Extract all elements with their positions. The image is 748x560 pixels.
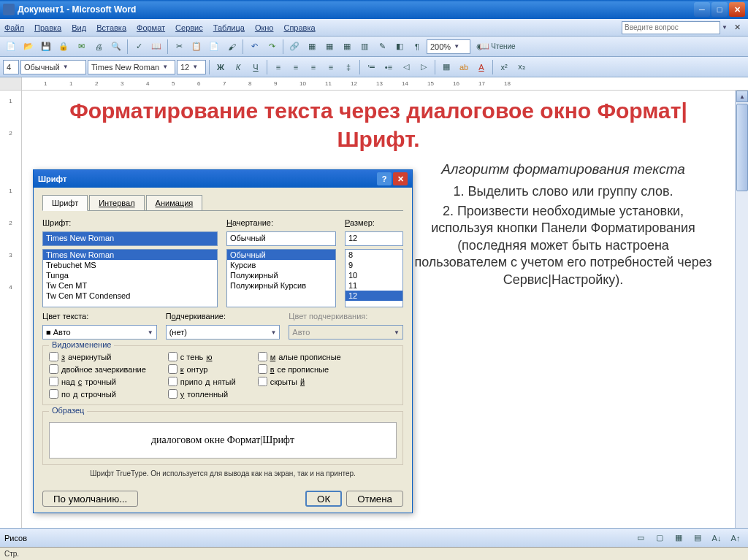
- undo-button[interactable]: ↶: [246, 39, 262, 55]
- dialog-close-button[interactable]: ✕: [393, 172, 408, 185]
- preview-button[interactable]: 🔍: [108, 39, 124, 55]
- tab-animation[interactable]: Анимация: [146, 195, 203, 210]
- format-painter-button[interactable]: 🖌: [224, 39, 240, 55]
- print-button[interactable]: 🖨: [91, 39, 107, 55]
- menu-edit[interactable]: Правка: [34, 23, 61, 32]
- font-combo[interactable]: Times New Roman▼: [88, 60, 175, 74]
- research-button[interactable]: 📖: [148, 39, 164, 55]
- list-item[interactable]: 9: [346, 260, 402, 270]
- align-center-button[interactable]: ≡: [288, 59, 304, 75]
- vertical-scrollbar[interactable]: ▲ ▼ ▲ ○ ▼: [735, 91, 748, 560]
- borders-button[interactable]: ▦: [438, 59, 454, 75]
- scroll-thumb[interactable]: [736, 104, 748, 191]
- check-outline[interactable]: контур: [168, 364, 236, 374]
- list-item[interactable]: 11: [346, 280, 402, 291]
- email-button[interactable]: ✉: [73, 39, 89, 55]
- zoom-combo[interactable]: 200%▼: [427, 39, 470, 54]
- doc-map-button[interactable]: ◧: [392, 39, 408, 55]
- list-item[interactable]: Обычный: [227, 250, 335, 260]
- menu-tools[interactable]: Сервис: [175, 23, 203, 32]
- menu-view[interactable]: Вид: [72, 23, 86, 32]
- draw-tool[interactable]: ▭: [633, 530, 649, 546]
- font-color-combo[interactable]: ■ Авто▼: [42, 325, 157, 340]
- underline-button[interactable]: Ч: [248, 59, 264, 75]
- line-spacing-button[interactable]: ‡: [340, 59, 356, 75]
- align-right-button[interactable]: ≡: [305, 59, 321, 75]
- menu-format[interactable]: Формат: [137, 23, 165, 32]
- cut-button[interactable]: ✂: [171, 39, 187, 55]
- draw-tool[interactable]: A↑: [728, 530, 744, 546]
- cancel-button[interactable]: Отмена: [346, 491, 403, 507]
- underline-combo[interactable]: (нет)▼: [166, 325, 280, 340]
- font-name-input[interactable]: Times New Roman: [42, 231, 218, 246]
- check-emboss[interactable]: приподнятый: [168, 377, 236, 386]
- spelling-button[interactable]: ✓: [131, 39, 147, 55]
- justify-button[interactable]: ≡: [323, 59, 339, 75]
- list-item[interactable]: Times New Roman: [43, 250, 217, 260]
- menu-file[interactable]: Файл: [4, 23, 24, 32]
- check-engrave[interactable]: утопленный: [168, 389, 236, 399]
- copy-button[interactable]: 📋: [188, 39, 205, 55]
- excel-button[interactable]: ▦: [339, 39, 355, 55]
- scroll-up-arrow[interactable]: ▲: [736, 91, 748, 102]
- draw-tool[interactable]: ▦: [671, 530, 687, 546]
- list-item[interactable]: Полужирный: [227, 270, 335, 280]
- size-combo[interactable]: 12▼: [177, 60, 206, 74]
- check-hidden[interactable]: скрытый: [258, 377, 341, 386]
- close-doc-button[interactable]: ✕: [730, 21, 744, 34]
- paste-button[interactable]: 📄: [206, 39, 222, 55]
- list-item[interactable]: Tunga: [43, 270, 217, 280]
- menu-insert[interactable]: Вставка: [96, 23, 126, 32]
- maximize-button[interactable]: □: [711, 2, 728, 17]
- style-combo[interactable]: Обычный▼: [20, 60, 86, 74]
- bullets-button[interactable]: •≡: [381, 59, 397, 75]
- dialog-help-button[interactable]: ?: [377, 172, 392, 185]
- list-item[interactable]: Trebuchet MS: [43, 260, 217, 270]
- reading-layout-button[interactable]: 📖Чтение: [489, 39, 505, 55]
- permission-button[interactable]: 🔒: [56, 39, 72, 55]
- save-button[interactable]: 💾: [38, 39, 54, 55]
- check-strikethrough[interactable]: зачеркнутый: [49, 352, 146, 361]
- redo-button[interactable]: ↷: [264, 39, 280, 55]
- style-listbox[interactable]: Обычный Курсив Полужирный Полужирный Кур…: [226, 249, 336, 307]
- list-item[interactable]: 8: [346, 250, 402, 260]
- dialog-titlebar[interactable]: Шрифт ? ✕: [34, 170, 412, 188]
- decrease-indent-button[interactable]: ◁: [398, 59, 414, 75]
- minimize-button[interactable]: ─: [694, 2, 710, 17]
- hyperlink-button[interactable]: 🔗: [286, 39, 302, 55]
- font-color-button[interactable]: A: [473, 59, 489, 75]
- list-item[interactable]: Полужирный Курсив: [227, 280, 335, 291]
- vertical-ruler[interactable]: 121234: [0, 91, 22, 560]
- align-left-button[interactable]: ≡: [270, 59, 286, 75]
- draw-tool[interactable]: A↓: [709, 530, 725, 546]
- menu-table[interactable]: Таблица: [213, 23, 245, 32]
- tab-spacing[interactable]: Интервал: [89, 195, 144, 210]
- font-size-input[interactable]: 12: [345, 231, 403, 246]
- increase-indent-button[interactable]: ▷: [416, 59, 432, 75]
- tab-font[interactable]: Шрифт: [42, 195, 88, 211]
- italic-button[interactable]: К: [230, 59, 246, 75]
- list-item[interactable]: 10: [346, 270, 402, 280]
- font-listbox[interactable]: Times New Roman Trebuchet MS Tunga Tw Ce…: [42, 249, 218, 307]
- highlight-button[interactable]: ab: [456, 59, 472, 75]
- menu-help[interactable]: Справка: [283, 23, 315, 32]
- check-smallcaps[interactable]: малые прописные: [258, 352, 341, 361]
- check-allcaps[interactable]: все прописные: [258, 364, 341, 374]
- list-item[interactable]: 12: [346, 291, 402, 301]
- check-double-strikethrough[interactable]: двойное зачеркивание: [49, 364, 146, 374]
- font-style-input[interactable]: Обычный: [226, 231, 336, 246]
- new-doc-button[interactable]: 📄: [3, 39, 19, 55]
- drawing-button[interactable]: ✎: [374, 39, 390, 55]
- show-hide-button[interactable]: ¶: [409, 39, 425, 55]
- draw-tool[interactable]: ▤: [690, 530, 706, 546]
- superscript-button[interactable]: x²: [496, 59, 512, 75]
- check-shadow[interactable]: с тенью: [168, 352, 236, 361]
- draw-tool[interactable]: ▢: [652, 530, 668, 546]
- list-item[interactable]: Tw Cen MT Condensed: [43, 291, 217, 301]
- check-superscript[interactable]: надстрочный: [49, 377, 146, 386]
- horizontal-ruler[interactable]: 1123456789101112131415161718: [22, 77, 748, 90]
- list-item[interactable]: Tw Cen MT: [43, 280, 217, 291]
- menu-window[interactable]: Окно: [255, 23, 274, 32]
- bold-button[interactable]: Ж: [213, 59, 229, 75]
- list-item[interactable]: Курсив: [227, 260, 335, 270]
